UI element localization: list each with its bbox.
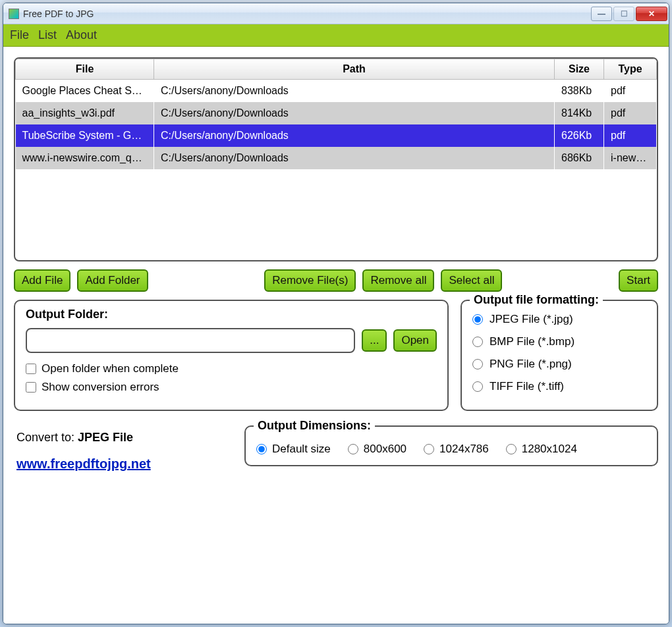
website-link[interactable]: www.freepdftojpg.net bbox=[16, 456, 151, 471]
menu-about[interactable]: About bbox=[66, 28, 97, 42]
cell-type: pdf bbox=[604, 124, 657, 147]
select-all-button[interactable]: Select all bbox=[441, 269, 502, 292]
dim-1280-radio[interactable] bbox=[506, 444, 517, 454]
minimize-button[interactable]: — bbox=[591, 7, 612, 21]
content-area: File Path Size Type Google Places Cheat … bbox=[3, 47, 669, 624]
format-tiff-row[interactable]: TIFF File (*.tiff) bbox=[472, 380, 646, 393]
app-icon bbox=[9, 9, 19, 19]
convert-to-value: JPEG File bbox=[78, 431, 133, 444]
titlebar[interactable]: Free PDF to JPG — ☐ ✕ bbox=[3, 3, 669, 24]
menu-file[interactable]: File bbox=[10, 28, 29, 42]
output-dimensions-group: Output Dimensions: Default size 800x600 … bbox=[244, 425, 658, 466]
cell-path: C:/Users/anony/Downloads bbox=[154, 80, 555, 103]
table-row[interactable]: aa_insights_w3i.pdfC:/Users/anony/Downlo… bbox=[16, 102, 657, 124]
options-row: Output Folder: ... Open Open folder when… bbox=[14, 300, 658, 411]
dim-default-radio[interactable] bbox=[256, 444, 267, 454]
output-format-legend: Output file formatting: bbox=[470, 293, 603, 307]
menu-list[interactable]: List bbox=[38, 28, 57, 42]
open-when-complete-checkbox[interactable] bbox=[26, 364, 36, 374]
remove-all-button[interactable]: Remove all bbox=[362, 269, 434, 292]
app-window: Free PDF to JPG — ☐ ✕ File List About Fi… bbox=[3, 3, 669, 624]
cell-type: pdf bbox=[604, 102, 657, 124]
cell-type: pdf bbox=[604, 80, 657, 103]
dim-800-radio[interactable] bbox=[348, 444, 358, 454]
window-controls: — ☐ ✕ bbox=[591, 7, 667, 21]
output-folder-input[interactable] bbox=[26, 328, 355, 353]
add-file-button[interactable]: Add File bbox=[14, 269, 70, 292]
header-file[interactable]: File bbox=[16, 59, 154, 80]
file-table: File Path Size Type Google Places Cheat … bbox=[15, 59, 657, 169]
output-folder-group: Output Folder: ... Open Open folder when… bbox=[14, 300, 449, 411]
cell-file: www.i-newswire.com_q… bbox=[16, 147, 154, 169]
cell-path: C:/Users/anony/Downloads bbox=[154, 102, 555, 124]
format-png-label: PNG File (*.png) bbox=[490, 358, 572, 371]
table-row[interactable]: TubeScribe System - Gui…C:/Users/anony/D… bbox=[16, 124, 657, 147]
dim-1280-label: 1280x1024 bbox=[522, 443, 577, 456]
show-errors-checkbox[interactable] bbox=[26, 382, 36, 393]
cell-size: 626Kb bbox=[555, 124, 604, 147]
dim-default-label: Default size bbox=[272, 443, 331, 456]
output-format-group: Output file formatting: JPEG File (*.jpg… bbox=[461, 300, 658, 411]
format-bmp-row[interactable]: BMP File (*.bmp) bbox=[472, 335, 646, 348]
close-button[interactable]: ✕ bbox=[636, 7, 667, 21]
cell-size: 838Kb bbox=[555, 80, 604, 103]
format-tiff-radio[interactable] bbox=[472, 381, 483, 392]
format-bmp-radio[interactable] bbox=[472, 337, 483, 347]
format-jpeg-row[interactable]: JPEG File (*.jpg) bbox=[472, 313, 646, 326]
open-folder-button[interactable]: Open bbox=[393, 329, 437, 352]
cell-path: C:/Users/anony/Downloads bbox=[154, 147, 555, 169]
table-row[interactable]: Google Places Cheat She…C:/Users/anony/D… bbox=[16, 80, 657, 103]
output-dimensions-legend: Output Dimensions: bbox=[254, 419, 375, 433]
start-button[interactable]: Start bbox=[619, 269, 658, 292]
convert-to-label: Convert to: bbox=[16, 431, 74, 444]
dim-1024-label: 1024x786 bbox=[439, 443, 489, 456]
window-title: Free PDF to JPG bbox=[23, 9, 591, 19]
cell-size: 686Kb bbox=[555, 147, 604, 169]
cell-size: 814Kb bbox=[555, 102, 604, 124]
dim-1024-row[interactable]: 1024x786 bbox=[424, 443, 489, 456]
output-folder-label: Output Folder: bbox=[26, 308, 437, 321]
cell-file: Google Places Cheat She… bbox=[16, 80, 154, 103]
add-folder-button[interactable]: Add Folder bbox=[77, 269, 148, 292]
show-errors-label: Show conversion errors bbox=[42, 381, 159, 394]
dim-800-row[interactable]: 800x600 bbox=[348, 443, 406, 456]
bottom-row: Convert to: JPEG File www.freepdftojpg.n… bbox=[14, 425, 658, 477]
format-bmp-label: BMP File (*.bmp) bbox=[490, 335, 574, 348]
format-tiff-label: TIFF File (*.tiff) bbox=[490, 380, 564, 393]
format-png-row[interactable]: PNG File (*.png) bbox=[472, 358, 646, 371]
file-table-container: File Path Size Type Google Places Cheat … bbox=[14, 57, 658, 261]
dim-1280-row[interactable]: 1280x1024 bbox=[506, 443, 577, 456]
format-png-radio[interactable] bbox=[472, 359, 483, 369]
open-when-complete-row[interactable]: Open folder when complete bbox=[26, 362, 437, 375]
browse-button[interactable]: ... bbox=[362, 329, 387, 352]
menubar: File List About bbox=[3, 24, 669, 47]
action-button-row: Add File Add Folder Remove File(s) Remov… bbox=[14, 269, 658, 292]
cell-file: aa_insights_w3i.pdf bbox=[16, 102, 154, 124]
cell-path: C:/Users/anony/Downloads bbox=[154, 124, 555, 147]
header-size[interactable]: Size bbox=[555, 59, 604, 80]
dim-800-label: 800x600 bbox=[364, 443, 406, 456]
header-type[interactable]: Type bbox=[604, 59, 657, 80]
open-when-complete-label: Open folder when complete bbox=[42, 362, 179, 375]
cell-file: TubeScribe System - Gui… bbox=[16, 124, 154, 147]
format-jpeg-radio[interactable] bbox=[472, 314, 483, 325]
table-row[interactable]: www.i-newswire.com_q…C:/Users/anony/Down… bbox=[16, 147, 657, 169]
dim-1024-radio[interactable] bbox=[424, 444, 434, 454]
maximize-button[interactable]: ☐ bbox=[613, 7, 634, 21]
remove-files-button[interactable]: Remove File(s) bbox=[264, 269, 356, 292]
header-path[interactable]: Path bbox=[154, 59, 555, 80]
cell-type: i-news… bbox=[604, 147, 657, 169]
convert-info: Convert to: JPEG File www.freepdftojpg.n… bbox=[14, 425, 231, 477]
format-jpeg-label: JPEG File (*.jpg) bbox=[490, 313, 573, 326]
dim-default-row[interactable]: Default size bbox=[256, 443, 331, 456]
show-errors-row[interactable]: Show conversion errors bbox=[26, 381, 437, 394]
